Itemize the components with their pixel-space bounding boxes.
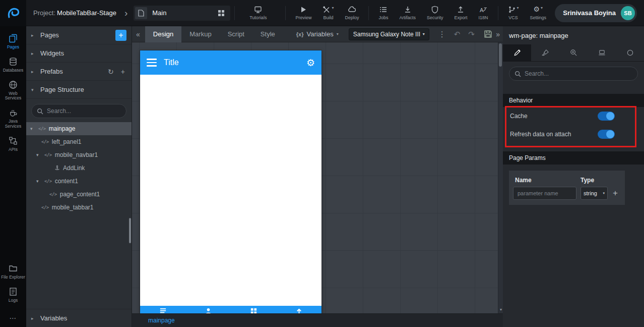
- tree-item-addlink[interactable]: AddLink: [26, 161, 132, 175]
- variables-button[interactable]: {x} Variables ▾: [296, 30, 339, 38]
- menu-preview[interactable]: Preview: [290, 6, 317, 20]
- tab-device[interactable]: [588, 44, 616, 61]
- page-content-widget[interactable]: [140, 75, 321, 306]
- scrollbar-thumb[interactable]: [499, 43, 502, 67]
- section-page-structure[interactable]: ▾ Page Structure: [26, 81, 132, 99]
- undo-button[interactable]: ↶: [454, 30, 461, 39]
- mobile-navbar-widget[interactable]: Title ⚙: [140, 50, 321, 75]
- refresh-icon[interactable]: ↻: [106, 68, 115, 76]
- rail-item-databases[interactable]: Databases: [0, 53, 26, 77]
- tree-item-page-content1[interactable]: </> page_content1: [26, 188, 132, 201]
- add-prefab-button[interactable]: +: [119, 68, 126, 76]
- tab-inspect[interactable]: [559, 44, 588, 61]
- svg-text:A: A: [480, 7, 484, 13]
- database-icon: [9, 57, 18, 66]
- more-menu-icon[interactable]: ⋮: [438, 30, 446, 39]
- user-menu[interactable]: Srinivasa Boyina SB: [555, 4, 637, 22]
- tab-script[interactable]: Script: [220, 26, 252, 42]
- widget-icon: </>: [41, 139, 49, 144]
- user-name: Srinivasa Boyina: [563, 9, 616, 17]
- add-page-button[interactable]: +: [115, 30, 126, 41]
- topbar-separator: [498, 6, 498, 20]
- refresh-data-row: Refresh data on attach: [503, 125, 644, 143]
- tab-styles[interactable]: [531, 44, 559, 61]
- caret-down-icon: ▾: [31, 87, 36, 92]
- menu-artifacts[interactable]: Artifacts: [394, 6, 421, 20]
- properties-search-input[interactable]: [525, 70, 632, 77]
- rail-item-pages[interactable]: Pages: [0, 30, 26, 53]
- menu-vcs[interactable]: ▾ VCS: [502, 6, 525, 20]
- avatar: SB: [621, 6, 635, 20]
- menu-tutorials[interactable]: Tutorials: [244, 6, 272, 20]
- toggle-knob: [606, 130, 614, 138]
- section-prefabs[interactable]: ▸ Prefabs ↻ +: [26, 63, 132, 81]
- menu-i18n[interactable]: A I18N: [473, 6, 494, 20]
- tree-item-mobile-tabbar1[interactable]: </> mobile_tabbar1: [26, 201, 132, 214]
- rail-item-logs[interactable]: Logs: [0, 284, 26, 307]
- structure-search[interactable]: [31, 104, 126, 118]
- hamburger-menu-icon[interactable]: [147, 59, 157, 67]
- structure-search-input[interactable]: [47, 107, 121, 115]
- panel-scrollbar[interactable]: [129, 218, 131, 243]
- design-canvas[interactable]: Title ⚙ ▾: [132, 42, 503, 313]
- tutorials-icon: [254, 6, 262, 14]
- tree-item-content1[interactable]: ▾ </> content1: [26, 175, 132, 188]
- artifacts-icon: [404, 6, 412, 14]
- properties-search[interactable]: [509, 67, 638, 81]
- tab-design[interactable]: Design: [145, 26, 181, 42]
- cache-toggle[interactable]: [598, 112, 615, 121]
- page-title[interactable]: Title: [164, 58, 306, 67]
- left-panel: ▸ Pages + ▸ Widgets ▸ Prefabs ↻ + ▾ Page…: [26, 26, 132, 327]
- rail-item-apis[interactable]: APIs: [0, 133, 26, 156]
- rail-item-web-services[interactable]: Web Services: [0, 77, 26, 105]
- param-type-select[interactable]: string ▾: [581, 187, 608, 200]
- param-name-input[interactable]: [513, 187, 576, 200]
- tree-item-mainpage[interactable]: ▾ </> mainpage: [26, 122, 132, 135]
- tab-style[interactable]: Style: [252, 26, 283, 42]
- menu-settings[interactable]: ⚙▾ Settings: [525, 6, 552, 20]
- tabbar-user-icon: [205, 307, 212, 313]
- menu-jobs[interactable]: Jobs: [373, 6, 394, 20]
- rail-item-java-services[interactable]: Java Services: [0, 104, 26, 133]
- collapse-right-panel-button[interactable]: »: [496, 30, 500, 38]
- section-widgets[interactable]: ▸ Widgets: [26, 44, 132, 63]
- gear-icon[interactable]: ⚙: [306, 58, 315, 68]
- tree-item-mobile-navbar1[interactable]: ▾ </> mobile_navbar1: [26, 148, 132, 161]
- page-selector[interactable]: Main: [134, 6, 230, 21]
- menu-build[interactable]: ▾ Build: [317, 6, 339, 20]
- rail-item-file-explorer[interactable]: File Explorer: [0, 260, 26, 284]
- mobile-tabbar-widget[interactable]: [140, 306, 321, 313]
- properties-panel-header: wm-page: mainpage: [503, 26, 644, 44]
- java-cup-icon: [9, 108, 18, 117]
- save-button[interactable]: [484, 30, 492, 38]
- open-page-tab-mainpage[interactable]: mainpage: [148, 317, 175, 324]
- tabbar-list-icon: [159, 307, 167, 313]
- menu-deploy[interactable]: Deploy: [339, 6, 364, 20]
- selected-widget-title: wm-page: mainpage: [509, 32, 568, 39]
- behavior-section-header[interactable]: Behavior: [503, 94, 644, 107]
- caret-right-icon: ▸: [31, 316, 36, 321]
- section-pages[interactable]: ▸ Pages +: [26, 26, 132, 44]
- section-variables[interactable]: ▸ Variables: [26, 309, 132, 327]
- canvas-scrollbar[interactable]: ▾: [498, 42, 503, 313]
- menu-export[interactable]: Export: [448, 6, 473, 20]
- add-param-button[interactable]: +: [613, 188, 618, 198]
- tree-item-left-panel1[interactable]: </> left_panel1: [26, 135, 132, 148]
- phone-preview[interactable]: Title ⚙: [140, 50, 321, 313]
- pencil-icon: [513, 49, 521, 57]
- device-select[interactable]: Samsung Galaxy Note III ▾: [349, 28, 429, 40]
- menu-security[interactable]: Security: [421, 6, 449, 20]
- column-name: Name: [513, 177, 581, 184]
- scroll-down-arrow-icon[interactable]: ▾: [498, 307, 503, 312]
- more-options-icon[interactable]: ⋯: [10, 314, 17, 322]
- page-params-section-header[interactable]: Page Params: [503, 151, 644, 165]
- refresh-data-toggle[interactable]: [598, 130, 615, 139]
- tab-conditional[interactable]: [616, 44, 644, 61]
- collapse-left-panel-button[interactable]: «: [136, 30, 140, 38]
- tab-properties[interactable]: [503, 44, 531, 61]
- redo-button[interactable]: ↷: [468, 30, 475, 39]
- chevron-right-icon[interactable]: ›: [124, 8, 127, 18]
- grid-icon[interactable]: [218, 10, 225, 17]
- tab-markup[interactable]: Markup: [181, 26, 219, 42]
- wavemaker-logo[interactable]: [0, 0, 26, 26]
